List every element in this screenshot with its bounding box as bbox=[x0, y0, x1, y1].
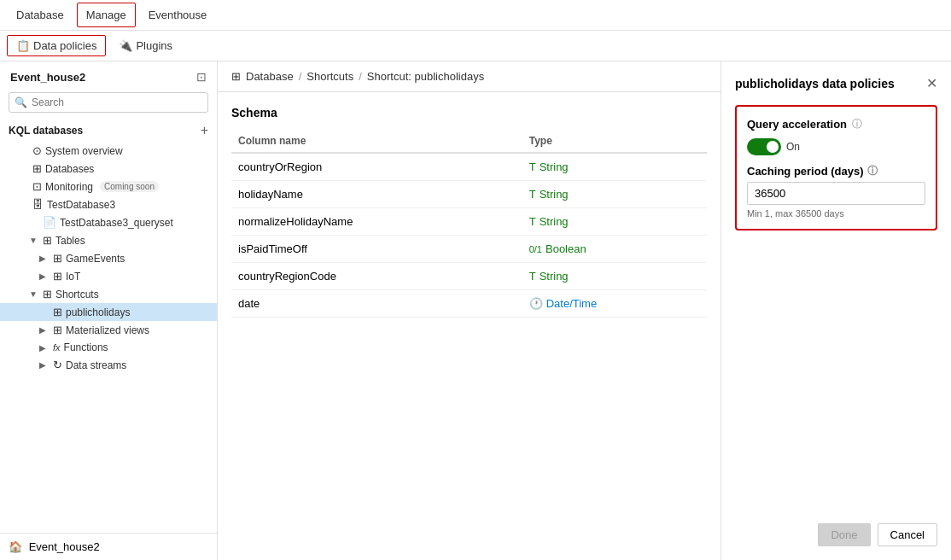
right-panel-footer: Done Cancel bbox=[735, 516, 937, 546]
sidebar-item-tables[interactable]: ▼ ⊞ Tables bbox=[0, 231, 217, 249]
search-icon: 🔍 bbox=[15, 96, 27, 108]
content-body: Schema Column name Type countryOrRegionT… bbox=[218, 92, 721, 560]
sidebar-item-databases[interactable]: ⊞ Databases bbox=[0, 160, 217, 178]
game-events-icon: ⊞ bbox=[53, 252, 62, 265]
table-row: holidayNameTString bbox=[231, 181, 707, 208]
queryset-label: TestDatabase3_queryset bbox=[60, 217, 173, 229]
table-row: normalizeHolidayNameTString bbox=[231, 208, 707, 236]
caching-input[interactable] bbox=[747, 182, 925, 205]
data-streams-icon: ↻ bbox=[53, 359, 62, 371]
sidebar-item-functions[interactable]: ▶ fx Functions bbox=[0, 339, 217, 356]
kql-header: KQL databases + bbox=[0, 120, 217, 142]
top-nav-eventhouse[interactable]: Eventhouse bbox=[139, 3, 217, 27]
schema-col-type: TString bbox=[522, 153, 707, 181]
sidebar-item-data-streams[interactable]: ▶ ↻ Data streams bbox=[0, 356, 217, 374]
breadcrumb-database[interactable]: Database bbox=[246, 70, 294, 83]
type-icon: 🕐 bbox=[529, 297, 543, 310]
schema-col-type: TString bbox=[522, 208, 707, 236]
databases-icon: ⊞ bbox=[32, 162, 42, 175]
chevron-right-icon: ▶ bbox=[39, 360, 50, 370]
table-row: countryRegionCodeTString bbox=[231, 263, 707, 290]
sidebar-item-testdatabase3[interactable]: 🗄 TestDatabase3 bbox=[0, 195, 217, 213]
breadcrumb-sep1: / bbox=[299, 70, 302, 83]
shortcuts-label: Shortcuts bbox=[55, 289, 99, 300]
sidebar-item-iot[interactable]: ▶ ⊞ IoT bbox=[0, 267, 217, 285]
schema-title: Schema bbox=[231, 106, 707, 120]
eventhouse-title: Event_house2 bbox=[10, 71, 85, 84]
sidebar-item-monitoring[interactable]: ⊡ Monitoring Coming soon bbox=[0, 178, 217, 195]
sidebar-item-shortcuts[interactable]: ▼ ⊞ Shortcuts bbox=[0, 285, 217, 303]
col-header-type: Type bbox=[522, 130, 707, 153]
coming-soon-badge: Coming soon bbox=[100, 181, 159, 192]
schema-col-type: TString bbox=[522, 263, 707, 290]
chevron-right-icon: ▶ bbox=[39, 343, 50, 353]
search-input[interactable] bbox=[9, 92, 208, 113]
schema-col-type: 0/1Boolean bbox=[522, 236, 707, 263]
shortcuts-icon: ⊞ bbox=[43, 288, 52, 300]
done-button[interactable]: Done bbox=[818, 523, 870, 546]
sidebar-expand-icon[interactable]: ⊡ bbox=[196, 70, 207, 84]
type-label: String bbox=[540, 215, 569, 228]
materialized-views-icon: ⊞ bbox=[53, 324, 62, 336]
content-area: ⊞ Database / Shortcuts / Shortcut: publi… bbox=[218, 61, 721, 560]
schema-col-name: countryRegionCode bbox=[231, 263, 522, 290]
type-label: String bbox=[540, 160, 569, 173]
monitoring-label: Monitoring bbox=[45, 181, 93, 193]
schema-col-name: holidayName bbox=[231, 181, 522, 208]
breadcrumb-shortcuts[interactable]: Shortcuts bbox=[306, 70, 353, 83]
chevron-right-icon: ▶ bbox=[39, 271, 50, 281]
functions-icon: fx bbox=[53, 342, 61, 353]
query-accel-info-icon[interactable]: ⓘ bbox=[852, 117, 862, 131]
top-nav-database[interactable]: Database bbox=[7, 3, 73, 27]
schema-col-name: countryOrRegion bbox=[231, 153, 522, 181]
iot-label: IoT bbox=[66, 271, 80, 283]
breadcrumb-sep2: / bbox=[359, 70, 362, 83]
data-streams-label: Data streams bbox=[66, 359, 126, 371]
databases-label: Databases bbox=[45, 163, 94, 175]
min-max-text: Min 1, max 36500 days bbox=[747, 208, 925, 219]
top-nav-manage[interactable]: Manage bbox=[77, 3, 136, 27]
cancel-button[interactable]: Cancel bbox=[878, 523, 937, 546]
kql-add-button[interactable]: + bbox=[201, 123, 208, 138]
system-overview-icon: ⊙ bbox=[32, 144, 42, 157]
query-accel-toggle[interactable] bbox=[747, 138, 781, 155]
sidebar-bottom-item[interactable]: 🏠 Event_house2 bbox=[0, 533, 217, 560]
sidebar-item-publicholidays[interactable]: ⊞ publicholidays bbox=[0, 303, 217, 321]
second-nav-data-policies[interactable]: 📋 Data policies bbox=[7, 35, 106, 56]
right-panel-header: publicholidays data policies ✕ bbox=[735, 75, 937, 91]
schema-col-name: isPaidTimeOff bbox=[231, 236, 522, 263]
sidebar-item-materialized-views[interactable]: ▶ ⊞ Materialized views bbox=[0, 321, 217, 339]
close-button[interactable]: ✕ bbox=[926, 75, 937, 91]
caching-info-icon[interactable]: ⓘ bbox=[867, 164, 878, 178]
policy-section: Query acceleration ⓘ On Caching period (… bbox=[735, 105, 937, 230]
chevron-down-icon: ▼ bbox=[29, 289, 39, 299]
publicholidays-icon: ⊞ bbox=[53, 306, 62, 318]
table-row: date🕐Date/Time bbox=[231, 290, 707, 318]
sidebar-item-system-overview[interactable]: ⊙ System overview bbox=[0, 142, 217, 160]
toggle-container: On bbox=[747, 138, 925, 155]
iot-icon: ⊞ bbox=[53, 270, 62, 283]
sidebar-item-game-events[interactable]: ▶ ⊞ GameEvents bbox=[0, 249, 217, 267]
right-panel: publicholidays data policies ✕ Query acc… bbox=[721, 61, 951, 560]
type-icon: T bbox=[529, 215, 536, 228]
sidebar: Event_house2 ⊡ 🔍 KQL databases + ⊙ Syste… bbox=[0, 61, 218, 560]
col-header-name: Column name bbox=[231, 130, 522, 153]
schema-table: Column name Type countryOrRegionTStringh… bbox=[231, 130, 707, 318]
right-panel-title: publicholidays data policies bbox=[735, 77, 895, 90]
chevron-right-icon: ▶ bbox=[39, 254, 50, 263]
chevron-down-icon: ▼ bbox=[29, 236, 39, 245]
type-label: Date/Time bbox=[546, 297, 597, 310]
sidebar-header-icons: ⊡ bbox=[196, 70, 207, 84]
chevron-right-icon: ▶ bbox=[39, 325, 50, 335]
query-acceleration-row: Query acceleration ⓘ bbox=[747, 117, 925, 131]
type-icon: T bbox=[529, 270, 536, 283]
plugins-icon: 🔌 bbox=[119, 39, 132, 52]
sidebar-item-testdatabase3-queryset[interactable]: 📄 TestDatabase3_queryset bbox=[0, 213, 217, 231]
data-policies-icon: 📋 bbox=[16, 39, 30, 52]
table-row: countryOrRegionTString bbox=[231, 153, 707, 181]
second-nav-plugins[interactable]: 🔌 Plugins bbox=[109, 35, 182, 56]
schema-col-name: date bbox=[231, 290, 522, 318]
breadcrumb: ⊞ Database / Shortcuts / Shortcut: publi… bbox=[218, 61, 721, 92]
type-label: Boolean bbox=[546, 242, 586, 255]
type-icon: 0/1 bbox=[529, 244, 542, 254]
